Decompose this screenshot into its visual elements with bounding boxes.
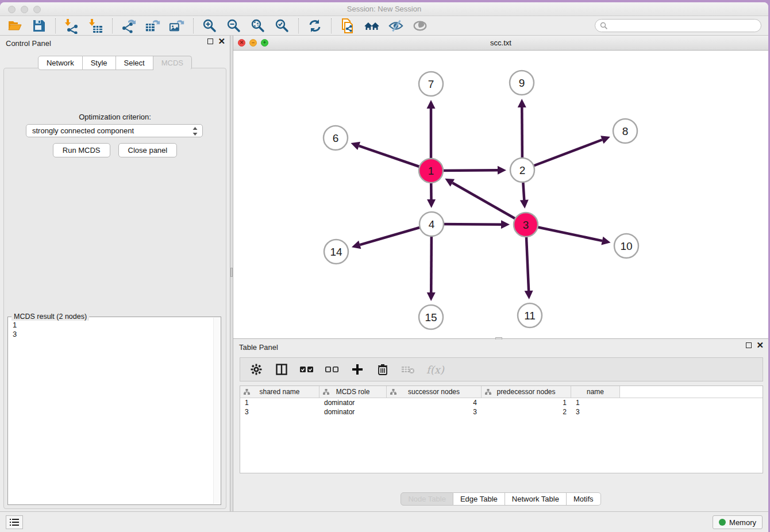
tab-network[interactable]: Network (38, 56, 83, 70)
search-box[interactable] (595, 19, 761, 32)
save-session-icon[interactable] (31, 18, 47, 34)
table-panel: Table Panel ✕ (233, 340, 768, 511)
cell-shared-name[interactable]: 3 (240, 407, 319, 417)
task-history-button[interactable] (6, 515, 23, 529)
arrowhead-4-14 (352, 241, 361, 249)
cell-MCDS-role[interactable]: dominator (319, 407, 387, 417)
zoom-fit-icon[interactable] (250, 18, 266, 34)
function-builder-icon-disabled: f(x) (426, 364, 444, 376)
column-header-label: successor nodes (408, 388, 460, 396)
column-header-name[interactable]: name (571, 386, 620, 398)
column-header-label: predecessor nodes (496, 388, 555, 396)
cell-successor-nodes[interactable]: 4 (387, 398, 482, 407)
search-input[interactable] (608, 21, 761, 31)
tab-select[interactable]: Select (116, 56, 153, 70)
cell-name[interactable]: 1 (571, 398, 620, 407)
mcds-result-text[interactable]: 1 3 (13, 321, 213, 503)
delete-column-trash-icon[interactable] (376, 363, 390, 376)
table-toolbar: f(x) (240, 357, 763, 381)
cell-successor-nodes[interactable]: 3 (387, 407, 482, 417)
network-canvas[interactable]: 7968124314101511 (233, 51, 768, 338)
cell-name[interactable]: 3 (571, 407, 620, 417)
network-graph[interactable]: 7968124314101511 (233, 51, 768, 339)
node-label-7: 7 (428, 78, 434, 90)
show-column-panel-icon[interactable] (275, 363, 288, 376)
tab-motifs[interactable]: Motifs (567, 492, 601, 506)
table-panel-title: Table Panel (239, 343, 278, 352)
show-graphics-details-icon[interactable] (412, 18, 428, 34)
tab-edge-table[interactable]: Edge Table (453, 492, 505, 506)
dropdown-chevrons-icon (192, 126, 198, 138)
cell-shared-name[interactable]: 1 (240, 398, 319, 407)
network-title: scc.txt (233, 38, 768, 47)
cell-MCDS-role[interactable]: dominator (319, 398, 387, 407)
column-header-successor-nodes[interactable]: successor nodes (387, 386, 482, 398)
close-panel-button[interactable]: Close panel (118, 143, 178, 157)
node-label-3: 3 (523, 219, 529, 231)
float-panel-icon[interactable] (207, 38, 213, 44)
deselect-all-icon[interactable] (325, 363, 339, 376)
tab-mcds[interactable]: MCDS (153, 56, 192, 70)
table-body: 1dominator4113dominator323 (240, 398, 763, 417)
zoom-in-icon[interactable] (202, 18, 218, 34)
hide-graphics-details-icon[interactable] (388, 18, 404, 34)
arrowhead-1-2 (498, 166, 506, 175)
tab-style[interactable]: Style (83, 56, 116, 70)
table-header-row: shared nameMCDS rolesuccessor nodesprede… (240, 386, 763, 398)
export-table-icon[interactable] (145, 18, 161, 34)
list-icon (10, 518, 19, 526)
open-session-icon[interactable] (7, 18, 23, 34)
float-table-panel-icon[interactable] (746, 342, 752, 348)
control-panel-tabs: NetworkStyleSelectMCDS (0, 56, 230, 70)
tab-network-table[interactable]: Network Table (505, 492, 567, 506)
node-label-9: 9 (519, 77, 525, 89)
memory-label: Memory (729, 518, 756, 527)
zoom-out-icon[interactable] (226, 18, 242, 34)
app-window: Session: New Session (0, 2, 768, 532)
export-image-icon[interactable] (169, 18, 185, 34)
table-settings-gear-icon[interactable] (249, 363, 263, 376)
import-table-icon[interactable] (88, 18, 104, 34)
run-mcds-button[interactable]: Run MCDS (53, 143, 110, 157)
column-header-predecessor-nodes[interactable]: predecessor nodes (482, 386, 571, 398)
column-header-shared-name[interactable]: shared name (240, 386, 319, 398)
title-bar: Session: New Session (0, 2, 768, 16)
zoom-selected-icon[interactable] (274, 18, 290, 34)
node-label-10: 10 (620, 240, 632, 252)
memory-button[interactable]: Memory (713, 515, 763, 529)
column-header-label: MCDS role (336, 388, 370, 396)
import-network-icon[interactable] (64, 18, 80, 34)
table-row[interactable]: 3dominator323 (240, 407, 763, 417)
splitter-handle[interactable] (230, 268, 233, 277)
cell-predecessor-nodes[interactable]: 1 (482, 398, 571, 407)
clone-network-icon[interactable] (340, 18, 356, 34)
table-row[interactable]: 1dominator411 (240, 398, 763, 407)
delete-table-icon-disabled (401, 363, 415, 376)
refresh-icon[interactable] (307, 18, 323, 34)
nested-networks-home-icon[interactable] (364, 18, 380, 34)
result-scrollbar[interactable] (213, 318, 220, 504)
mcds-result-title: MCDS result (2 nodes) (11, 313, 89, 321)
export-network-icon[interactable] (121, 18, 137, 34)
node-label-2: 2 (519, 164, 526, 176)
node-label-14: 14 (330, 246, 342, 258)
close-panel-icon[interactable]: ✕ (218, 38, 225, 44)
close-table-panel-icon[interactable]: ✕ (756, 342, 764, 348)
arrowhead-2-9 (518, 99, 526, 107)
control-panel: Control Panel ✕ NetworkStyleSelectMCDS O… (0, 36, 230, 511)
table-tabs: Node TableEdge TableNetwork TableMotifs (233, 492, 768, 506)
column-header-MCDS-role[interactable]: MCDS role (319, 386, 387, 398)
add-column-icon[interactable] (351, 363, 364, 376)
window-title: Session: New Session (0, 5, 768, 13)
arrowhead-3-11 (525, 291, 533, 299)
cell-predecessor-nodes[interactable]: 2 (482, 407, 571, 417)
criterion-dropdown[interactable]: strongly connected component (26, 124, 203, 137)
status-bar: Memory (0, 511, 768, 532)
node-label-1: 1 (428, 165, 434, 177)
tab-node-table[interactable]: Node Table (401, 492, 453, 506)
network-titlebar: ✕ – + scc.txt (233, 36, 768, 51)
select-all-icon[interactable] (300, 363, 314, 376)
arrowhead-2-3 (520, 200, 529, 209)
edge-2-8[interactable] (522, 140, 602, 170)
node-table[interactable]: shared nameMCDS rolesuccessor nodesprede… (240, 385, 763, 473)
